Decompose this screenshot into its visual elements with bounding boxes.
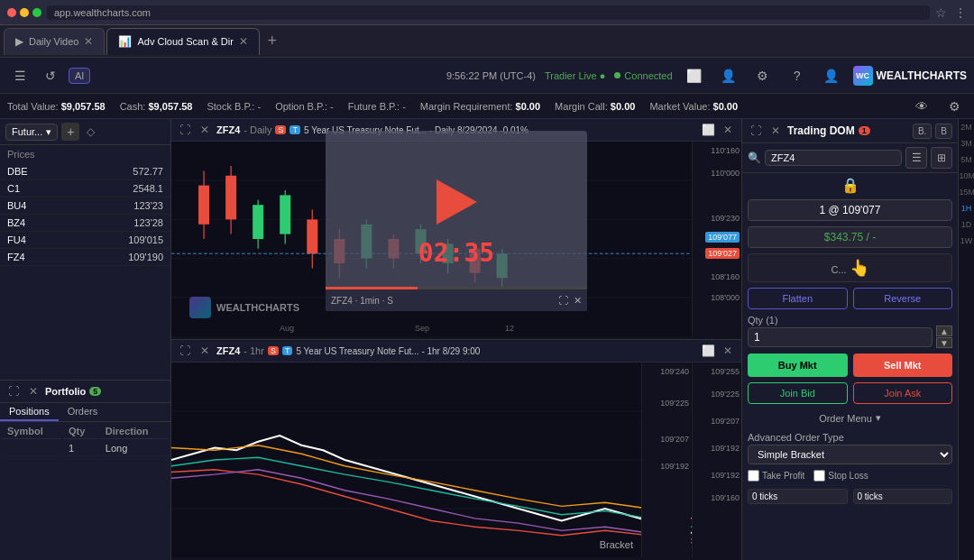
chart-bottom-close-btn[interactable]: ✕ [197, 343, 213, 359]
chart-bottom-close[interactable]: ✕ [720, 343, 736, 359]
tab-close-2[interactable]: ✕ [239, 35, 248, 48]
qty-stepper: ▲ ▼ [936, 326, 952, 348]
timeframe-1h[interactable]: 1H [960, 204, 974, 213]
chart-bottom-area: 109'255 109'225 109'207 109'192 109'192 … [171, 363, 741, 557]
buy-market-button[interactable]: Buy Mkt [748, 353, 848, 377]
tab-orders[interactable]: Orders [59, 403, 107, 421]
tp-sl-row: Take Profit Stop Loss [748, 470, 952, 482]
symbol-dropdown[interactable]: Futur... ▾ [5, 124, 58, 141]
dom-view-btn-2[interactable]: ⊞ [931, 147, 952, 169]
user-icon[interactable]: 👤 [716, 63, 741, 88]
symbol-row[interactable]: DBE 572.77 [0, 163, 170, 180]
url-bar[interactable]: app.wealthcharts.com [47, 5, 930, 20]
sell-market-button[interactable]: Sell Mkt [853, 353, 953, 377]
chart-top-close[interactable]: ✕ [720, 122, 736, 138]
browser-star-icon[interactable]: ☆ [935, 5, 947, 20]
chart-bottom-expand-btn[interactable]: ⛶ [177, 343, 193, 359]
video-play-button[interactable] [429, 175, 483, 229]
join-ask-button[interactable]: Join Ask [853, 382, 953, 404]
svg-rect-6 [198, 186, 209, 225]
take-profit-checkbox-input[interactable] [748, 470, 759, 482]
sl-ticks-input[interactable] [853, 489, 953, 504]
symbol-row[interactable]: C1 2548.1 [0, 180, 170, 197]
dom-view-btn-1[interactable]: ☰ [905, 147, 927, 169]
timeframe-1w[interactable]: 1W [960, 236, 974, 245]
wealthcharts-logo: WC WEALTHCHARTS [853, 66, 967, 86]
add-symbol-button[interactable]: + [61, 123, 79, 141]
avatar-button[interactable]: 👤 [819, 63, 844, 88]
portfolio-expand-btn[interactable]: ⛶ [5, 383, 22, 399]
timeframe-15m[interactable]: 15M [960, 188, 974, 197]
tp-ticks-input[interactable] [748, 489, 848, 504]
browser-maximize-dot[interactable] [32, 8, 41, 17]
chart-panels: ⛶ ✕ ZFZ4 - Daily S T 5 Year US Treasury … [171, 119, 741, 560]
buy-sell-row: Buy Mkt Sell Mkt [748, 353, 952, 377]
chart-top: ⛶ ✕ ZFZ4 - Daily S T 5 Year US Treasury … [171, 119, 741, 340]
menu-button[interactable]: ☰ [7, 63, 32, 88]
dropdown-label: Futur... [12, 126, 42, 137]
timeframe-10m[interactable]: 10M [960, 171, 974, 180]
video-close-btn[interactable]: ✕ [574, 295, 582, 307]
browser-minimize-dot[interactable] [20, 8, 29, 17]
symbol-row[interactable]: BU4 123'23 [0, 197, 170, 215]
qty-decrement-btn[interactable]: ▼ [936, 337, 952, 348]
settings-icon[interactable]: ⚙ [750, 63, 776, 88]
stop-loss-checkbox[interactable]: Stop Loss [813, 470, 868, 482]
symbol-row[interactable]: BZ4 123'28 [0, 215, 170, 232]
help-icon[interactable]: ? [785, 63, 810, 88]
dom-tab-b2[interactable]: B [935, 124, 952, 139]
tab-icon-2: 📊 [118, 35, 132, 48]
qty-input[interactable] [748, 327, 933, 347]
dom-expand-btn[interactable]: ⛶ [748, 123, 764, 139]
stop-loss-checkbox-input[interactable] [813, 470, 825, 482]
symbol-name: FZ4 [7, 252, 25, 262]
join-bid-button[interactable]: Join Bid [748, 382, 848, 404]
cursor-hand-icon: 👆 [850, 259, 869, 277]
dom-close-btn[interactable]: ✕ [767, 123, 784, 139]
price-labels-top: 110'160 110'000 109'230 109'077 109'027 … [692, 142, 741, 336]
take-profit-checkbox[interactable]: Take Profit [748, 470, 804, 482]
tab-daily-video[interactable]: ▶ Daily Video ✕ [4, 28, 105, 55]
qty-increment-btn[interactable]: ▲ [936, 326, 952, 336]
price-label: 110'000 [711, 169, 740, 178]
symbol-row[interactable]: FZ4 109'190 [0, 249, 170, 266]
timeframe-2m[interactable]: 2M [960, 123, 974, 132]
portfolio-close-btn[interactable]: ✕ [25, 383, 41, 399]
browser-close-dot[interactable] [7, 8, 16, 17]
account-settings-icon[interactable]: ⚙ [942, 94, 967, 119]
browser-settings-icon[interactable]: ⋮ [954, 5, 967, 20]
chart-top-expand-btn[interactable]: ⛶ [177, 122, 193, 138]
timeframe-1d[interactable]: 1D [960, 220, 974, 229]
tab-positions[interactable]: Positions [0, 403, 59, 421]
tab-close-1[interactable]: ✕ [84, 35, 93, 48]
eye-icon[interactable]: 👁 [909, 94, 934, 119]
dom-body: 🔒 1 @ 109'077 $343.75 / - C... 👆 Flatten… [742, 173, 958, 560]
dom-tab-b1[interactable]: B. [913, 124, 932, 139]
price-label: 109'230 [711, 214, 740, 223]
chart-bottom-ctrl-btn[interactable]: ⬜ [700, 343, 716, 359]
order-menu[interactable]: Order Menu ▾ [748, 409, 952, 427]
price-label-r4: 109'192 [660, 462, 689, 471]
symbol-price: 123'23 [133, 200, 163, 211]
diamond-icon[interactable]: ◇ [83, 124, 97, 139]
price-label-r2: 109'225 [660, 399, 689, 408]
refresh-button[interactable]: ↺ [38, 63, 63, 88]
new-tab-button[interactable]: + [262, 31, 283, 52]
lock-icon[interactable]: 🔒 [748, 177, 952, 194]
symbol-name: BZ4 [7, 217, 25, 228]
symbol-row[interactable]: FU4 109'015 [0, 232, 170, 249]
chart-top-close-btn[interactable]: ✕ [197, 122, 213, 138]
reverse-button[interactable]: Reverse [853, 288, 953, 309]
price-labels-bottom-right: 109'240 109'225 109'207 109'192 [641, 363, 691, 557]
timeframe-5m[interactable]: 5M [960, 155, 974, 164]
flatten-button[interactable]: Flatten [748, 288, 848, 309]
dom-search-input[interactable] [765, 150, 902, 166]
video-expand-btn[interactable]: ⛶ [558, 295, 568, 306]
chart-top-ctrl-btn[interactable]: ⬜ [700, 122, 716, 138]
order-type-select[interactable]: Simple Bracket OCO Bracket Market [748, 445, 952, 464]
tablet-icon[interactable]: ⬜ [682, 63, 707, 88]
timeframe-3m[interactable]: 3M [960, 139, 974, 148]
ai-button[interactable]: AI [69, 68, 90, 84]
tab-adv-cloud[interactable]: 📊 Adv Cloud Scan & Dir ✕ [106, 28, 259, 55]
watermark-icon [189, 297, 211, 318]
